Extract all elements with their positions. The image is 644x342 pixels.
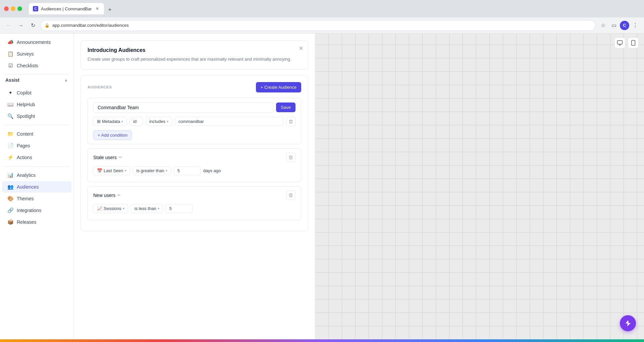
add-condition-btn[interactable]: + Add condition [93, 130, 132, 140]
sidebar-label-analytics: Analytics [17, 173, 36, 178]
new-users-name: New users ✏ [93, 193, 121, 198]
audiences-icon: 👥 [7, 184, 13, 190]
sidebar-label-surveys: Surveys [17, 51, 34, 57]
sidebar-label-helphub: HelpHub [17, 102, 35, 107]
metadata-label: Metadata [102, 119, 120, 124]
reload-btn[interactable]: ↻ [28, 21, 38, 30]
desktop-view-btn[interactable] [614, 38, 625, 48]
lock-icon: 🔒 [45, 23, 50, 28]
address-text: app.commandbar.com/editor/audiences [52, 23, 129, 28]
intro-card: Introducing Audiences Create user groups… [80, 40, 308, 70]
sessions-source-select[interactable]: 📈 Sessions ▾ [93, 204, 128, 213]
tab-title: Audiences | CommandBar [41, 6, 92, 11]
sidebar-item-audiences[interactable]: 👥 Audiences [2, 181, 71, 193]
intro-card-title: Introducing Audiences [88, 47, 301, 53]
metadata-value[interactable]: commandbar [175, 117, 283, 126]
stale-users-label: Stale users [93, 155, 117, 160]
sidebar-item-announcements[interactable]: 📣 Announcements [2, 37, 71, 48]
intro-card-close-btn[interactable]: ✕ [299, 45, 303, 52]
browser-window: C Audiences | CommandBar ✕ + ← → ↻ 🔒 app… [0, 0, 644, 342]
new-tab-btn[interactable]: + [105, 5, 115, 14]
audiences-section: AUDIENCES + Create Audience Save ⊞ [80, 75, 308, 231]
sidebar-item-analytics[interactable]: 📊 Analytics [2, 169, 71, 181]
assist-group-header[interactable]: Assist ▲ [0, 75, 73, 84]
sidebar-label-content: Content [17, 131, 33, 137]
window-close-btn[interactable] [4, 6, 9, 11]
browser-tab[interactable]: C Audiences | CommandBar ✕ [29, 3, 104, 14]
address-bar[interactable]: 🔒 app.commandbar.com/editor/audiences [40, 20, 596, 31]
sidebar-item-spotlight[interactable]: 🔍 Spotlight [2, 111, 71, 122]
sidebar-item-checklists[interactable]: ☑ Checklists [2, 60, 71, 71]
window-maximize-btn[interactable] [17, 6, 22, 11]
condition-row-metadata: ⊞ Metadata ▾ id includes ▾ commandbar [93, 117, 296, 126]
profile-avatar[interactable]: C [620, 21, 629, 30]
svg-rect-0 [618, 41, 623, 44]
content-section: 📁 Content 📄 Pages ⚡ Actions [0, 125, 73, 166]
pages-icon: 📄 [7, 143, 13, 149]
sessions-chevron-icon: ▾ [123, 207, 124, 210]
mobile-view-btn[interactable] [628, 38, 639, 48]
content-panel: Introducing Audiences Create user groups… [74, 33, 315, 339]
window-minimize-btn[interactable] [11, 6, 15, 11]
forward-btn[interactable]: → [16, 21, 25, 30]
sidebar: 📣 Announcements 📋 Surveys ☑ Checklists A… [0, 33, 74, 339]
sidebar-item-integrations[interactable]: 🔗 Integrations [2, 205, 71, 216]
browser-titlebar: C Audiences | CommandBar ✕ + [0, 0, 644, 17]
bookmark-icon[interactable]: ☆ [598, 21, 608, 30]
new-users-condition-row: 📈 Sessions ▾ is less than ▾ 5 [93, 204, 296, 213]
save-audience-btn[interactable]: Save [276, 102, 296, 112]
assist-chevron-icon: ▲ [64, 78, 68, 82]
less-than-operator-select[interactable]: is less than ▾ [131, 204, 163, 213]
metadata-source-select[interactable]: ⊞ Metadata ▾ [93, 117, 127, 126]
app-content: 📣 Announcements 📋 Surveys ☑ Checklists A… [0, 33, 644, 339]
sidebar-item-content[interactable]: 📁 Content [2, 128, 71, 140]
sidebar-label-themes: Themes [17, 196, 34, 201]
audience-item-commandbar-team: Save ⊞ Metadata ▾ id includes [88, 98, 301, 144]
stale-users-edit-icon[interactable]: ✏ [119, 155, 122, 160]
sidebar-item-releases[interactable]: 📦 Releases [2, 216, 71, 228]
analytics-section: 📊 Analytics 👥 Audiences 🎨 Themes 🔗 Integ… [0, 166, 73, 231]
add-condition-label: + Add condition [98, 133, 127, 138]
back-btn[interactable]: ← [4, 21, 13, 30]
menu-icon[interactable]: ⋮ [631, 21, 640, 30]
delete-stale-users-btn[interactable] [286, 153, 296, 162]
audiences-section-label: AUDIENCES [88, 85, 112, 89]
sidebar-item-pages[interactable]: 📄 Pages [2, 140, 71, 151]
last-seen-icon: 📅 [97, 168, 102, 173]
includes-operator-select[interactable]: includes ▾ [146, 117, 172, 126]
sidebar-label-announcements: Announcements [17, 40, 51, 45]
releases-icon: 📦 [7, 219, 13, 225]
sidebar-label-releases: Releases [17, 219, 36, 225]
sidebar-item-helphub[interactable]: 📖 HelpHub [2, 99, 71, 110]
intro-card-text: Create user groups to craft personalized… [88, 56, 301, 63]
toolbar-actions: ☆ ▭ C ⋮ [598, 21, 640, 30]
analytics-icon: 📊 [7, 172, 13, 178]
stale-users-value[interactable]: 5 [174, 166, 201, 175]
includes-chevron-icon: ▾ [167, 120, 168, 123]
sidebar-item-copilot[interactable]: ✦ Copilot [2, 87, 71, 98]
checklists-icon: ☑ [7, 63, 13, 69]
new-users-header: New users ✏ [93, 191, 296, 200]
copilot-icon: ✦ [7, 90, 13, 96]
new-users-value[interactable]: 5 [166, 204, 193, 213]
fab-lightning-btn[interactable] [620, 315, 636, 331]
surveys-icon: 📋 [7, 51, 13, 57]
sidebar-toggle-icon[interactable]: ▭ [609, 21, 619, 30]
new-users-edit-icon[interactable]: ✏ [117, 193, 121, 198]
delete-metadata-condition-btn[interactable] [286, 117, 296, 126]
sidebar-item-surveys[interactable]: 📋 Surveys [2, 48, 71, 60]
main-area: Introducing Audiences Create user groups… [74, 33, 644, 339]
stale-users-header: Stale users ✏ [93, 153, 296, 162]
announcements-icon: 📣 [7, 39, 13, 45]
audience-name-input[interactable] [93, 102, 273, 113]
sidebar-label-pages: Pages [17, 143, 30, 148]
sidebar-item-actions[interactable]: ⚡ Actions [2, 152, 71, 163]
actions-icon: ⚡ [7, 154, 13, 160]
greater-than-operator-select[interactable]: is greater than ▾ [133, 166, 171, 175]
create-audience-btn[interactable]: + Create Audience [256, 82, 301, 92]
tab-close-btn[interactable]: ✕ [95, 6, 100, 11]
metadata-chevron-icon: ▾ [121, 120, 123, 123]
delete-new-users-btn[interactable] [286, 191, 296, 200]
last-seen-source-select[interactable]: 📅 Last Seen ▾ [93, 166, 130, 175]
sidebar-item-themes[interactable]: 🎨 Themes [2, 193, 71, 204]
